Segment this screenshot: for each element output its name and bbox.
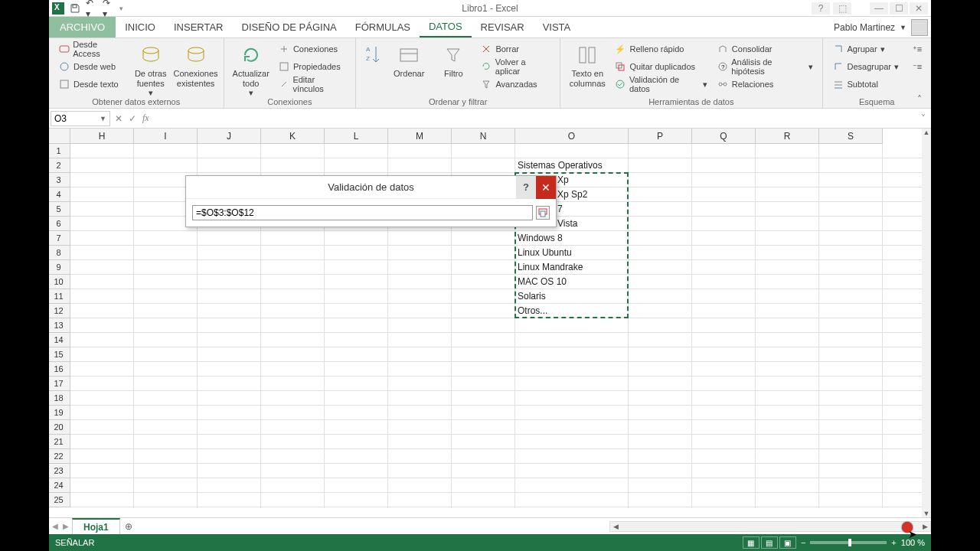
row-header[interactable]: 8 <box>49 246 70 260</box>
ungroup-button[interactable]: Desagrupar ▾ <box>829 59 902 74</box>
tab-formulas[interactable]: FÓRMULAS <box>346 17 420 37</box>
from-access-button[interactable]: Desde Access <box>55 41 127 57</box>
dialog-help-button[interactable]: ? <box>516 176 536 199</box>
user-menu-caret-icon[interactable]: ▼ <box>900 24 906 31</box>
row-header[interactable]: 23 <box>49 464 70 478</box>
row-header[interactable]: 7 <box>49 231 70 246</box>
advanced-button[interactable]: Avanzadas <box>477 77 554 92</box>
close-icon[interactable]: ✕ <box>910 2 928 15</box>
properties-button[interactable]: Propiedades <box>275 59 349 74</box>
row-header[interactable]: 14 <box>49 333 70 347</box>
subtotal-button[interactable]: Subtotal <box>829 77 902 92</box>
show-detail-button[interactable]: ⁺≡ <box>910 41 925 57</box>
other-sources-button[interactable]: De otras fuentes ▾ <box>130 41 172 98</box>
maximize-icon[interactable]: ☐ <box>890 2 908 15</box>
column-header[interactable]: Q <box>692 129 756 144</box>
expand-formula-icon[interactable]: ˅ <box>916 113 931 124</box>
horizontal-scrollbar[interactable]: ◀ ▶ <box>609 521 931 532</box>
group-button[interactable]: Agrupar ▾ <box>829 41 902 57</box>
scroll-up-icon[interactable]: ▲ <box>923 129 930 136</box>
connections-button[interactable]: Conexiones <box>275 41 349 57</box>
user-name[interactable]: Pablo Martinez <box>834 22 895 33</box>
column-header[interactable]: M <box>388 129 452 144</box>
layout-view-icon[interactable]: ▤ <box>761 536 778 549</box>
scroll-down-icon[interactable]: ▼ <box>923 510 930 517</box>
column-header[interactable]: O <box>515 129 629 144</box>
row-header[interactable]: 10 <box>49 275 70 289</box>
sheet-tab-active[interactable]: Hoja1 <box>72 518 120 534</box>
row-header[interactable]: 15 <box>49 347 70 362</box>
column-header[interactable]: H <box>70 129 134 144</box>
pagebreak-view-icon[interactable]: ▣ <box>779 536 796 549</box>
column-header[interactable]: R <box>756 129 819 144</box>
formula-input[interactable] <box>154 111 916 126</box>
hscroll-left-icon[interactable]: ◀ <box>610 521 621 532</box>
user-avatar-icon[interactable] <box>911 19 928 36</box>
vertical-scrollbar[interactable]: ▲▼ <box>922 129 931 517</box>
row-header[interactable]: 13 <box>49 318 70 333</box>
undo-icon[interactable]: ↶ ▾ <box>86 2 98 15</box>
tab-insertar[interactable]: INSERTAR <box>165 17 233 37</box>
row-header[interactable]: 17 <box>49 377 70 391</box>
clear-filter-button[interactable]: Borrar <box>477 41 554 57</box>
relations-button[interactable]: Relaciones <box>714 77 816 92</box>
edit-links-button[interactable]: Editar vínculos <box>275 77 349 92</box>
column-header[interactable]: L <box>325 129 388 144</box>
column-header[interactable]: K <box>261 129 325 144</box>
collapse-ribbon-icon[interactable]: ˄ <box>917 94 928 105</box>
dialog-expand-button[interactable] <box>536 206 550 220</box>
range-input[interactable] <box>192 205 533 220</box>
normal-view-icon[interactable]: ▦ <box>743 536 760 549</box>
name-box[interactable]: O3▼ <box>51 111 110 126</box>
row-header[interactable]: 11 <box>49 289 70 304</box>
add-sheet-button[interactable]: ⊕ <box>120 518 137 534</box>
help-icon[interactable]: ? <box>812 2 830 15</box>
column-header[interactable]: J <box>198 129 261 144</box>
hscroll-right-icon[interactable]: ▶ <box>920 521 930 532</box>
row-header[interactable]: 6 <box>49 217 70 231</box>
flash-fill-button[interactable]: ⚡Relleno rápido <box>611 41 710 57</box>
row-header[interactable]: 22 <box>49 449 70 464</box>
save-icon[interactable] <box>69 2 81 15</box>
sheet-next-icon[interactable]: ▶ <box>63 522 69 530</box>
row-header[interactable]: 24 <box>49 478 70 493</box>
row-header[interactable]: 4 <box>49 187 70 202</box>
remove-dups-button[interactable]: Quitar duplicados <box>611 59 710 74</box>
file-tab[interactable]: ARCHIVO <box>49 17 116 37</box>
dialog-title-bar[interactable]: Validación de datos ? ✕ <box>186 176 556 199</box>
column-header[interactable]: N <box>452 129 515 144</box>
cancel-formula-icon[interactable]: ✕ <box>115 113 122 124</box>
select-all-corner[interactable] <box>49 129 70 144</box>
column-header[interactable]: P <box>629 129 692 144</box>
tab-vista[interactable]: VISTA <box>534 17 580 37</box>
tab-datos[interactable]: DATOS <box>420 17 472 37</box>
column-headers[interactable]: HIJKLMNOPQRS <box>70 129 922 144</box>
consolidate-button[interactable]: Consolidar <box>714 41 816 57</box>
row-header[interactable]: 20 <box>49 420 70 435</box>
row-header[interactable]: 25 <box>49 493 70 507</box>
row-header[interactable]: 16 <box>49 362 70 377</box>
text-to-columns-button[interactable]: Texto en columnas <box>567 41 608 88</box>
row-header[interactable]: 21 <box>49 435 70 449</box>
from-text-button[interactable]: Desde texto <box>55 77 127 92</box>
column-header[interactable]: S <box>819 129 883 144</box>
redo-icon[interactable]: ↷ ▾ <box>103 2 115 15</box>
fx-icon[interactable]: fx <box>142 112 149 124</box>
row-header[interactable]: 19 <box>49 406 70 420</box>
row-header[interactable]: 1 <box>49 144 70 158</box>
row-header[interactable]: 12 <box>49 304 70 318</box>
data-validation-button[interactable]: Validación de datos ▾ <box>611 77 710 92</box>
dialog-close-button[interactable]: ✕ <box>536 176 556 199</box>
sort-az-button[interactable]: AZ <box>362 41 385 69</box>
reapply-button[interactable]: Volver a aplicar <box>477 59 554 74</box>
zoom-slider[interactable] <box>810 541 887 544</box>
namebox-dropdown-icon[interactable]: ▼ <box>100 115 106 122</box>
from-web-button[interactable]: Desde web <box>55 59 127 74</box>
row-header[interactable]: 5 <box>49 202 70 217</box>
whatif-button[interactable]: ?Análisis de hipótesis ▾ <box>714 59 816 74</box>
row-header[interactable]: 2 <box>49 158 70 173</box>
tab-diseno[interactable]: DISEÑO DE PÁGINA <box>233 17 346 37</box>
row-header[interactable]: 18 <box>49 391 70 406</box>
enter-formula-icon[interactable]: ✓ <box>129 113 136 124</box>
hide-detail-button[interactable]: ⁻≡ <box>910 59 925 74</box>
